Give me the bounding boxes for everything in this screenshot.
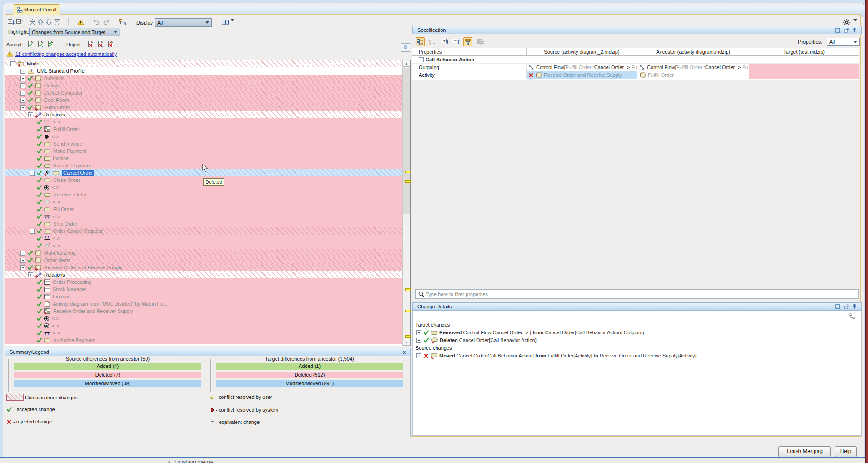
display-dropdown[interactable]: All [155,18,212,27]
highlight-dropdown[interactable]: Changes from Source and Target [29,28,120,36]
filter-icon[interactable] [463,37,472,46]
reject-all-icon[interactable] [106,40,115,48]
tree-expander[interactable]: + [28,112,33,117]
tree-item[interactable]: Fill Order [5,206,402,213]
change-marker[interactable] [405,335,411,338]
tree-item[interactable]: < > [5,118,402,126]
tree-expander[interactable]: + [30,171,35,176]
finish-merging-button[interactable]: Finish Merging [778,446,831,457]
tree-item[interactable]: +Autopilot [5,75,402,82]
tree-item[interactable]: Fulfill Order [5,126,402,133]
property-name-cell[interactable]: Outgoing [412,64,527,71]
ancestor-activity-cell[interactable]: Fulfill Order [637,71,749,79]
column-header-source[interactable]: Source (activity diagram_2.mdzip) [527,48,637,56]
accept-change-icon[interactable] [26,40,35,48]
maximize-icon[interactable] [835,304,840,309]
tree-item[interactable]: < > [5,329,402,337]
tree-item[interactable]: +Relations [5,271,402,278]
tree-item[interactable]: Invoice [5,155,402,162]
tree-expander[interactable]: + [28,272,33,277]
conflicts-link[interactable]: 11 conflicting changes accepted automati… [15,51,117,57]
tree-item[interactable]: +Coffee [5,82,402,89]
pin-icon[interactable] [853,27,857,33]
change-detail-row[interactable]: +Removed Control Flow[Cancel Order -> ] … [416,329,644,336]
float-icon[interactable] [844,304,849,309]
tree-item[interactable]: +Order Items [5,257,402,264]
tree-expander[interactable]: + [20,91,25,96]
tree-item[interactable]: Stock Manager [5,286,402,293]
collapse-group-icon[interactable]: − [419,57,424,62]
reject-change-icon[interactable] [86,40,95,48]
merged-diagram-icon[interactable] [118,18,126,26]
tree-item[interactable]: Order Processing [5,278,402,286]
tree-item[interactable]: +Relations [5,111,402,118]
tree-expander[interactable]: + [20,98,25,103]
tree-expander[interactable]: + [20,69,25,74]
filter-properties-input[interactable]: Type here to filter properties [415,289,859,299]
tree-item[interactable]: +Collect Computer [5,89,402,96]
collapse-panel-button[interactable] [401,43,410,52]
tree-expander[interactable]: + [416,338,421,343]
change-marker[interactable] [405,310,411,312]
expand-tree-icon[interactable] [7,18,15,26]
tree-item[interactable]: +UML Standard Profile [5,67,402,75]
property-name-cell[interactable]: Activity [412,71,527,79]
expand-all-icon[interactable] [441,37,450,46]
scroll-down-button[interactable]: ▼ [403,339,410,346]
scrollbar-thumb[interactable] [403,68,410,214]
tree-expander[interactable]: − [20,265,25,270]
sort-alphabetically-icon[interactable]: AZ [428,37,437,46]
chevron-down-icon[interactable] [231,21,234,27]
next-change-icon[interactable] [45,18,53,26]
tree-item[interactable]: < > [5,242,402,249]
tree-item[interactable]: Receive Order and Receiver Supply [5,307,402,315]
tree-item[interactable]: Authorize Payment [5,337,402,344]
change-marker[interactable] [405,171,411,173]
tree-item[interactable]: Make Payment [5,147,402,155]
tree-expander[interactable]: + [416,330,421,335]
tree-item[interactable]: +Manufacturing [5,249,402,257]
tree-expander[interactable]: − [20,105,25,110]
tree-expander[interactable]: + [30,229,35,234]
tree-item[interactable]: Receive Order [5,191,402,198]
tree-item[interactable]: +Order Cancel Request [5,227,402,235]
book-icon[interactable] [221,18,229,26]
tree-expander[interactable]: + [20,83,25,88]
change-marker[interactable] [405,288,411,291]
merge-tree[interactable]: −Model+UML Standard Profile+Autopilot+Co… [5,60,411,346]
tree-item[interactable]: Finance [5,293,402,300]
maximize-icon[interactable] [835,28,840,33]
tree-item[interactable]: Send Invoice [5,140,402,147]
properties-filter-dropdown[interactable]: All [827,38,860,46]
close-icon[interactable]: x [403,349,406,355]
target-activity-cell-deleted[interactable] [749,71,859,79]
column-header-ancestor[interactable]: Ancestor (activity diagram.mdzip) [637,48,749,56]
tree-item[interactable]: < > [5,133,402,140]
show-changes-only-icon[interactable] [476,37,485,46]
help-button[interactable]: Help [835,446,857,457]
first-change-icon[interactable] [28,18,36,26]
tree-expander[interactable]: + [20,258,25,263]
tab-merged-result[interactable]: Merged Result [13,4,60,15]
accept-all-icon[interactable] [46,40,55,48]
tree-scrollbar[interactable]: ▲ ▼ [402,60,411,346]
scroll-up-button[interactable]: ▲ [403,60,410,67]
tree-item[interactable]: −Receive Order and Receive Supply [5,264,402,271]
float-icon[interactable] [844,28,849,33]
conflict-warning-icon[interactable] [76,18,85,26]
redo-icon[interactable] [102,18,110,26]
accept-with-dependencies-icon[interactable] [36,40,45,48]
change-detail-row[interactable]: +Deleted Cancel Order[Call Behavior Acti… [416,337,537,344]
settings-gear-icon[interactable] [843,18,851,26]
collapse-tree-icon[interactable] [15,18,24,26]
tree-expander[interactable]: + [416,353,421,358]
tree-expander[interactable]: + [20,76,25,81]
categorized-view-icon[interactable] [416,37,425,46]
change-marker[interactable] [405,180,411,183]
group-header-row[interactable]: − Call Behavior Action [412,56,859,64]
source-activity-cell[interactable]: Receive Order and Receive Supply [527,71,637,79]
tree-item[interactable]: < > [5,235,402,242]
tree-item[interactable]: +Cool Room [5,96,402,104]
reject-with-dependencies-icon[interactable] [96,40,105,48]
tree-item[interactable]: < > [5,213,402,220]
